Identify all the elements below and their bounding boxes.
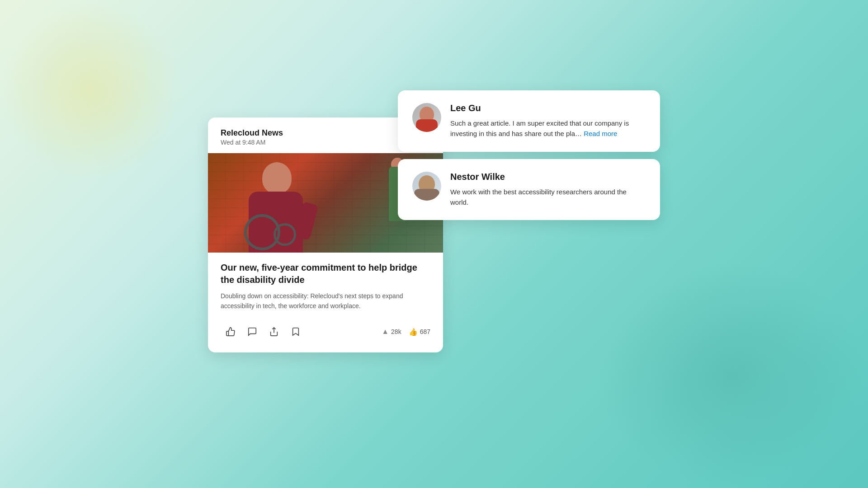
comments-container: Lee Gu Such a great article. I am super … xyxy=(398,90,660,220)
main-scene: Relecloud News Wed at 9:48 AM Our new, f… xyxy=(208,90,660,398)
news-actions-bar: ▲ 28k 👍 687 xyxy=(221,322,430,342)
comment-card-2: Nestor Wilke We work with the best acces… xyxy=(398,159,660,221)
like-count: 687 xyxy=(420,328,430,335)
upvote-stat: ▲ 28k xyxy=(382,328,401,336)
avatar-lee-gu xyxy=(412,103,441,132)
news-title: Our new, five-year commitment to help br… xyxy=(221,262,430,286)
person-silhouette xyxy=(235,158,316,253)
comment-text-2: We work with the best accessibility rese… xyxy=(450,187,646,208)
upvote-count: 28k xyxy=(391,328,401,335)
comment-button[interactable] xyxy=(242,322,262,342)
comment-content-1: Lee Gu Such a great article. I am super … xyxy=(450,103,646,139)
like-icon: 👍 xyxy=(409,328,418,336)
bg-decoration-yellow xyxy=(0,0,181,181)
read-more-link-1[interactable]: Read more xyxy=(584,130,617,137)
commenter-name-1: Lee Gu xyxy=(450,103,646,113)
share-button[interactable] xyxy=(264,322,284,342)
news-body: Our new, five-year commitment to help br… xyxy=(208,253,443,352)
comment-content-2: Nestor Wilke We work with the best acces… xyxy=(450,172,646,208)
like-stat: 👍 687 xyxy=(409,328,430,336)
wheelchair-wheel-small xyxy=(274,223,296,246)
commenter-name-2: Nestor Wilke xyxy=(450,172,646,182)
like-button[interactable] xyxy=(221,322,241,342)
comment-text-1: Such a great article. I am super excited… xyxy=(450,118,646,139)
bookmark-button[interactable] xyxy=(286,322,306,342)
avatar-nestor-wilke xyxy=(412,172,441,201)
comment-card-1: Lee Gu Such a great article. I am super … xyxy=(398,90,660,152)
person-head xyxy=(262,162,292,194)
engagement-stats: ▲ 28k 👍 687 xyxy=(382,328,430,336)
news-excerpt: Doubling down on accessibility: Releclou… xyxy=(221,291,430,311)
upvote-icon: ▲ xyxy=(382,328,389,336)
